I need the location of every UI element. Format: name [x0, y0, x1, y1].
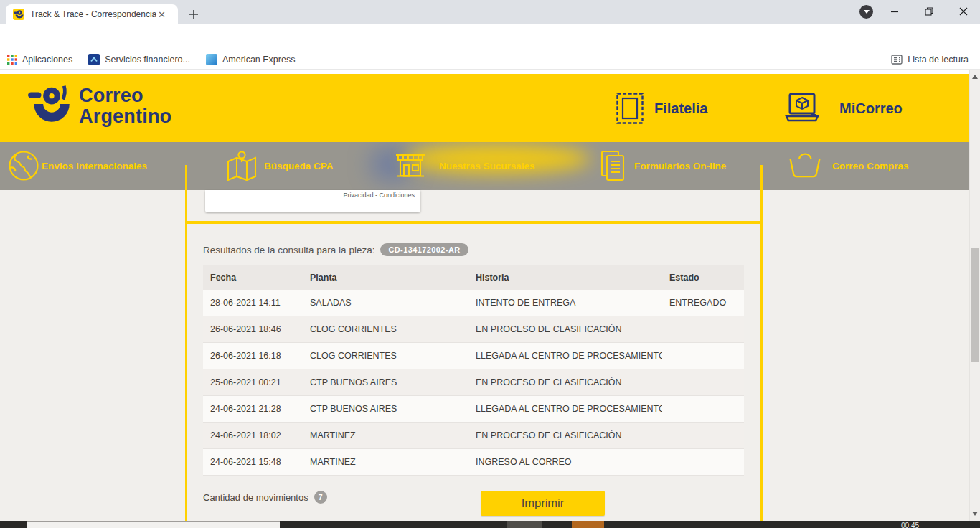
column-header-historia: Historia: [468, 273, 662, 283]
cell-planta: SALADAS: [303, 298, 468, 308]
movements-label: Cantidad de movimientos: [203, 492, 308, 503]
apps-grid-icon: [7, 55, 17, 65]
reading-list-label: Lista de lectura: [908, 55, 969, 65]
column-header-planta: Planta: [303, 273, 468, 283]
servicios-favicon-icon: [88, 54, 100, 65]
scrollbar-thumb[interactable]: [971, 248, 979, 362]
envios-internacionales-icon[interactable]: [7, 149, 40, 182]
bookmark-label: American Express: [222, 55, 295, 65]
table-row: 24-06-2021 21:28 CTP BUENOS AIRES LLEGAD…: [203, 396, 744, 423]
page-scrollbar[interactable]: [969, 70, 980, 521]
reading-list-button[interactable]: Lista de lectura: [891, 55, 969, 65]
correo-logo-icon[interactable]: [27, 83, 75, 126]
cell-historia: LLEGADA AL CENTRO DE PROCESAMIENTO: [468, 351, 662, 361]
taskbar-app-icon[interactable]: [572, 521, 604, 528]
bookmarks-bar: Aplicaciones Servicios financiero... Ame…: [0, 50, 980, 70]
cell-fecha: 25-06-2021 00:21: [203, 377, 303, 387]
cell-planta: CLOG CORRIENTES: [303, 324, 468, 334]
taskbar-clock: 00:45: [901, 522, 919, 528]
correo-compras-icon[interactable]: [788, 150, 822, 180]
browser-update-icon[interactable]: [859, 5, 873, 19]
cell-fecha: 24-06-2021 21:28: [203, 404, 303, 414]
recaptcha-widget[interactable]: Privacidad - Condiciones: [205, 190, 420, 212]
table-row: 26-06-2021 16:18 CLOG CORRIENTES LLEGADA…: [203, 343, 744, 369]
window-minimize-button[interactable]: [878, 0, 911, 23]
cell-historia: EN PROCESO DE CLASIFICACIÓN: [468, 377, 662, 387]
browser-tab[interactable]: Track & Trace - Correspondencia ✕: [6, 4, 178, 24]
window-close-button[interactable]: [947, 0, 980, 23]
table-row: 25-06-2021 00:21 CTP BUENOS AIRES EN PRO…: [203, 369, 744, 396]
cell-historia: LLEGADA AL CENTRO DE PROCESAMIENTO: [468, 404, 662, 414]
table-row: 24-06-2021 18:02 MARTINEZ EN PROCESO DE …: [203, 423, 744, 449]
table-row: 28-06-2021 14:11 SALADAS INTENTO DE ENTR…: [203, 290, 744, 316]
browser-titlebar: Track & Trace - Correspondencia ✕: [0, 0, 980, 24]
micorreo-link[interactable]: MiCorreo: [839, 100, 903, 117]
scrollbar-up-arrow-icon[interactable]: [972, 75, 978, 79]
cell-planta: CTP BUENOS AIRES: [303, 404, 468, 414]
filatelia-icon[interactable]: [616, 92, 644, 125]
tab-title: Track & Trace - Correspondencia: [30, 9, 156, 19]
site-logo-text[interactable]: Correo Argentino: [79, 85, 171, 127]
table-row: 24-06-2021 15:48 MARTINEZ INGRESO AL COR…: [203, 449, 744, 476]
cell-fecha: 26-06-2021 16:18: [203, 351, 303, 361]
scrollbar-down-arrow-icon[interactable]: [972, 512, 978, 516]
piece-id-badge: CD-134172002-AR: [380, 243, 468, 256]
taskbar-app-icon[interactable]: [507, 521, 542, 528]
logo-line1: Correo: [79, 85, 171, 106]
nav-item-correo-compras[interactable]: Correo Compras: [832, 161, 909, 171]
cell-estado: ENTREGADO: [662, 298, 744, 308]
cell-fecha: 24-06-2021 18:02: [203, 430, 303, 440]
bookmark-label: Aplicaciones: [22, 55, 72, 65]
screen: Track & Trace - Correspondencia ✕: [0, 0, 980, 528]
nav-item-envios-internacionales[interactable]: Envios Internacionales: [42, 161, 147, 171]
movements-count-badge: 7: [314, 491, 327, 504]
print-button[interactable]: Imprimir: [481, 491, 605, 516]
cell-fecha: 24-06-2021 15:48: [203, 457, 303, 467]
results-label: Resultados de la consulta para la pieza:: [203, 245, 374, 255]
cell-historia: EN PROCESO DE CLASIFICACIÓN: [468, 430, 662, 440]
column-header-fecha: Fecha: [203, 273, 303, 283]
cell-historia: EN PROCESO DE CLASIFICACIÓN: [468, 324, 662, 334]
cell-fecha: 28-06-2021 14:11: [203, 298, 303, 308]
cell-historia: INGRESO AL CORREO: [468, 457, 662, 467]
bookmarks-divider: [882, 54, 882, 65]
column-header-estado: Estado: [662, 273, 744, 283]
table-row: 26-06-2021 18:46 CLOG CORRIENTES EN PROC…: [203, 316, 744, 343]
cell-planta: MARTINEZ: [303, 457, 468, 467]
micorreo-icon[interactable]: [783, 93, 821, 124]
tab-close-icon[interactable]: ✕: [158, 10, 166, 19]
table-header-row: Fecha Planta Historia Estado: [203, 265, 744, 290]
bookmark-label: Servicios financiero...: [105, 55, 190, 65]
cell-planta: CLOG CORRIENTES: [303, 351, 468, 361]
logo-line2: Argentino: [79, 106, 171, 127]
frame-divider: [185, 221, 763, 224]
taskbar-search-box[interactable]: [27, 521, 280, 528]
bookmark-apps[interactable]: Aplicaciones: [7, 55, 72, 65]
correo-favicon-icon: [13, 9, 24, 20]
windows-taskbar[interactable]: 00:45: [0, 521, 980, 528]
window-restore-button[interactable]: [913, 0, 946, 23]
filatelia-link[interactable]: Filatelia: [654, 100, 707, 117]
bookmark-amex[interactable]: American Express: [206, 54, 295, 65]
new-tab-button[interactable]: [187, 7, 201, 22]
bookmark-servicios[interactable]: Servicios financiero...: [88, 54, 190, 65]
cell-historia: INTENTO DE ENTREGA: [468, 298, 662, 308]
browser-toolbar: correoargentino.com.ar/formularios/ondnc: [0, 24, 980, 50]
tracking-table: Fecha Planta Historia Estado 28-06-2021 …: [203, 265, 744, 476]
site-header: Correo Argentino Filatelia MiCorreo: [0, 74, 969, 142]
amex-favicon-icon: [206, 54, 217, 65]
cell-planta: MARTINEZ: [303, 430, 468, 440]
cell-planta: CTP BUENOS AIRES: [303, 377, 468, 387]
recaptcha-privacy-links[interactable]: Privacidad - Condiciones: [343, 192, 415, 199]
reading-list-icon: [891, 55, 903, 65]
cell-fecha: 26-06-2021 18:46: [203, 324, 303, 334]
